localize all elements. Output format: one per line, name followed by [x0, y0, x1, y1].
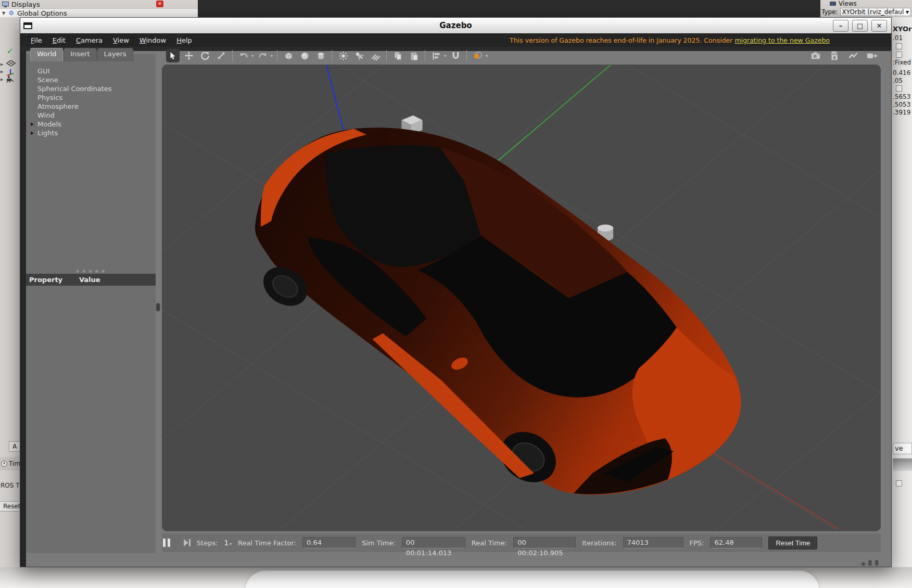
- expand-arrow-icon[interactable]: ▶: [1, 62, 3, 67]
- close-button[interactable]: ✕: [871, 20, 887, 32]
- tree-item-models[interactable]: ▶Models: [37, 120, 156, 129]
- screenshot-icon[interactable]: [809, 49, 822, 62]
- tree-item-scene[interactable]: Scene: [37, 75, 156, 84]
- redo-icon[interactable]: [256, 49, 270, 62]
- robot-model-icon: [5, 75, 15, 83]
- property-value[interactable]: .05: [893, 77, 903, 84]
- rotate-tool-icon[interactable]: [198, 49, 212, 62]
- menu-help[interactable]: Help: [171, 36, 197, 44]
- log-recorder-icon[interactable]: LOG: [828, 49, 841, 62]
- property-value[interactable]: .3919: [893, 109, 910, 116]
- paste-icon[interactable]: [407, 49, 421, 62]
- value-column-header[interactable]: Value: [79, 276, 100, 284]
- reset-time-button[interactable]: Reset Time: [768, 536, 817, 549]
- xyorbit-tree-item[interactable]: XYOrb: [893, 25, 912, 33]
- view-angle-icon[interactable]: [471, 49, 485, 62]
- checkbox[interactable]: [896, 43, 902, 49]
- fps-field[interactable]: 62.48: [710, 537, 762, 548]
- checkbox[interactable]: [896, 85, 902, 92]
- tab-world[interactable]: World: [30, 48, 63, 61]
- views-panel-title: Views: [839, 0, 857, 7]
- step-button[interactable]: [184, 539, 191, 546]
- maximize-button[interactable]: □: [852, 20, 868, 32]
- toolbar-separator: [332, 50, 332, 61]
- gear-icon: ⚙: [8, 9, 14, 17]
- close-icon[interactable]: ✕: [156, 1, 163, 7]
- expand-arrow-icon[interactable]: ▶: [31, 122, 34, 126]
- status-ok-icon: ✓: [7, 46, 14, 56]
- collapse-arrow-icon[interactable]: ▼: [2, 11, 5, 16]
- time-panel-header[interactable]: Tim: [0, 457, 20, 470]
- tree-item-lights[interactable]: ▶Lights: [37, 129, 156, 137]
- view-type-dropdown[interactable]: XYOrbit (rviz_defaul ▾: [840, 8, 911, 16]
- sphere-shape-icon[interactable]: [298, 49, 311, 62]
- scale-tool-icon[interactable]: [214, 49, 228, 62]
- tree-item-wind[interactable]: Wind: [37, 111, 156, 120]
- property-value[interactable]: 0.416: [893, 69, 910, 76]
- tree-item-physics[interactable]: Physics: [37, 93, 156, 102]
- box-shape-icon[interactable]: [282, 49, 295, 62]
- menu-view[interactable]: View: [108, 36, 134, 44]
- plot-icon[interactable]: [846, 49, 860, 62]
- select-tool-icon[interactable]: [166, 49, 180, 62]
- titlebar[interactable]: Gazebo – □ ✕: [20, 18, 891, 33]
- eol-migration-link[interactable]: migrating to the new Gazebo: [734, 36, 830, 44]
- translate-tool-icon[interactable]: [182, 49, 196, 62]
- tree-item-spherical-coordinates[interactable]: Spherical Coordinates: [37, 84, 156, 93]
- record-video-icon[interactable]: ▾: [865, 49, 879, 62]
- toolbar-separator: [277, 50, 277, 61]
- steps-value[interactable]: 1 ▾: [224, 539, 232, 547]
- directional-light-icon[interactable]: [369, 49, 382, 62]
- tab-layers[interactable]: Layers: [97, 48, 133, 61]
- save-button-fragment[interactable]: ve: [893, 443, 912, 454]
- undo-icon[interactable]: [237, 49, 250, 62]
- sim-time-field[interactable]: 00 00:01:14.013: [402, 537, 465, 548]
- tree-item-atmosphere[interactable]: Atmosphere: [37, 102, 156, 111]
- gazebo-window: Gazebo – □ ✕ File Edit Camera View Windo…: [20, 17, 892, 567]
- copy-icon[interactable]: [391, 49, 404, 62]
- undo-history-arrow-icon[interactable]: ▾: [251, 54, 254, 58]
- steps-dropdown-arrow-icon[interactable]: ▾: [230, 542, 232, 546]
- snap-tool-icon[interactable]: [449, 49, 462, 62]
- spot-light-icon[interactable]: [352, 49, 366, 62]
- viewport-3d[interactable]: ●●●: [162, 65, 881, 531]
- property-value[interactable]: .5053: [893, 101, 910, 108]
- menu-camera[interactable]: Camera: [71, 36, 108, 44]
- global-options-item[interactable]: Global Options: [17, 9, 67, 17]
- cylinder-shape-icon[interactable]: [314, 49, 327, 62]
- fps-label: FPS:: [690, 539, 704, 547]
- record-dropdown-arrow-icon[interactable]: ▾: [875, 54, 877, 58]
- expand-arrow-icon[interactable]: ▶: [1, 70, 3, 74]
- ros-time-label: ROS T: [1, 482, 20, 489]
- checkbox[interactable]: [896, 52, 902, 58]
- expand-arrow-icon[interactable]: ▶: [31, 131, 34, 135]
- tree-item-gui[interactable]: GUI: [37, 67, 156, 75]
- menu-file[interactable]: File: [26, 36, 47, 44]
- steps-label: Steps:: [197, 539, 218, 547]
- expand-arrow-icon[interactable]: ▶: [1, 78, 3, 82]
- add-button-fragment[interactable]: A: [9, 441, 20, 452]
- view-angle-dropdown-arrow-icon[interactable]: ▾: [486, 54, 488, 58]
- property-value[interactable]: .01: [893, 34, 903, 42]
- menu-window[interactable]: Window: [134, 36, 171, 44]
- iterations-field[interactable]: 74013: [623, 537, 683, 548]
- rtf-field[interactable]: 0.64: [302, 537, 356, 548]
- real-time-label: Real Time:: [472, 539, 507, 547]
- align-dropdown-arrow-icon[interactable]: ▾: [444, 54, 446, 58]
- property-value[interactable]: .5653: [893, 93, 910, 100]
- property-value[interactable]: :Fixed: [893, 59, 911, 66]
- pause-button[interactable]: [163, 539, 170, 547]
- property-column-header[interactable]: Property: [26, 276, 79, 284]
- checkbox[interactable]: [896, 480, 902, 487]
- panel-splitter[interactable]: ●●●: [156, 304, 160, 310]
- reset-button-fragment[interactable]: Reset: [0, 501, 19, 512]
- redo-history-arrow-icon[interactable]: ▾: [271, 54, 273, 58]
- menu-edit[interactable]: Edit: [47, 36, 71, 44]
- splitter-handle[interactable]: ● ● ● ● ●: [26, 269, 156, 274]
- resize-grip[interactable]: ● ●● ● ●: [862, 560, 879, 565]
- tab-insert[interactable]: Insert: [64, 48, 96, 61]
- real-time-field[interactable]: 00 00:02:10.905: [513, 537, 576, 548]
- align-tool-icon[interactable]: [429, 49, 443, 62]
- point-light-icon[interactable]: [336, 49, 350, 62]
- minimize-button[interactable]: –: [833, 20, 848, 32]
